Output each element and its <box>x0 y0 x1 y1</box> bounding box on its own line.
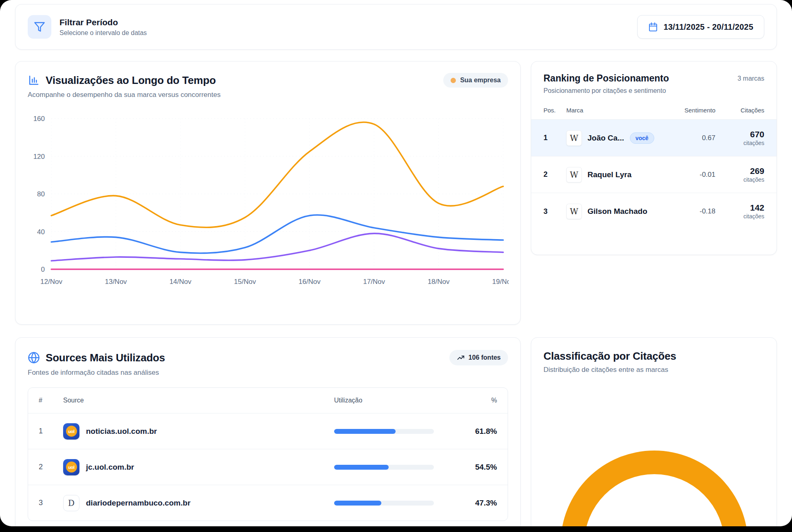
svg-text:120: 120 <box>33 153 45 160</box>
ranking-row-2[interactable]: 2 W Raquel Lyra -0.01 269 citações <box>531 156 777 193</box>
svg-text:17/Nov: 17/Nov <box>363 278 385 286</box>
filter-subtitle: Selecione o intervalo de datas <box>59 29 147 37</box>
bar-chart-icon <box>28 74 40 86</box>
rank-position: 2 <box>543 170 566 179</box>
svg-text:12/Nov: 12/Nov <box>40 278 62 286</box>
filter-iconbox <box>28 15 51 39</box>
citations-cell: 670 citações <box>715 130 764 147</box>
views-over-time-panel: Visualizações ao Longo do Tempo Sua empr… <box>15 61 521 325</box>
rank-position: 1 <box>543 134 566 142</box>
citations-unit: citações <box>744 176 764 183</box>
rank-position: 3 <box>543 207 566 216</box>
svg-text:80: 80 <box>37 190 45 198</box>
citations-cell: 269 citações <box>715 166 764 183</box>
utilization-bar <box>334 465 434 470</box>
svg-text:13/Nov: 13/Nov <box>105 278 127 286</box>
legend-sua-empresa: Sua empresa <box>443 73 508 88</box>
citations-subtitle: Distribuição de citações entre as marcas <box>543 366 764 374</box>
ranking-row-3[interactable]: 3 W Gilson Machado -0.18 142 citações <box>531 193 777 230</box>
sources-table-header: # Source Utilização % <box>28 388 508 413</box>
ranking-panel: Ranking de Posicionamento 3 marcas Posic… <box>531 61 777 255</box>
filter-title: Filtrar Período <box>59 18 147 27</box>
col-rank: # <box>39 397 63 404</box>
legend-label: Sua empresa <box>460 77 501 84</box>
line-chart-svg: 0408012016012/Nov13/Nov14/Nov15/Nov16/No… <box>28 110 509 289</box>
line-chart: 0408012016012/Nov13/Nov14/Nov15/Nov16/No… <box>28 110 508 289</box>
col-utilizacao: Utilização <box>334 397 440 404</box>
col-pos: Pos. <box>543 107 566 114</box>
brand-name: Gilson Machado <box>587 207 647 216</box>
ranking-table-header: Pos. Marca Sentimento Citações <box>531 95 777 120</box>
source-row-3[interactable]: 3 D diariodepernambuco.com.br 47.3% <box>28 485 508 521</box>
source-rank: 1 <box>39 427 63 435</box>
svg-text:19/Nov: 19/Nov <box>492 278 509 286</box>
source-rank: 3 <box>39 499 63 507</box>
source-rank: 2 <box>39 463 63 471</box>
voce-badge: você <box>630 132 654 144</box>
globe-icon <box>28 352 40 364</box>
trending-up-icon <box>457 354 465 362</box>
ranking-subtitle: Posicionamento por citações e sentimento <box>543 87 764 95</box>
source-pct: 54.5% <box>440 463 497 472</box>
svg-text:40: 40 <box>37 228 45 236</box>
ranking-row-1[interactable]: 1 W João Ca... você 0.67 670 citações <box>531 120 777 156</box>
date-range-button[interactable]: 13/11/2025 - 20/11/2025 <box>637 15 764 39</box>
sources-subtitle: Fontes de informação citadas nas análise… <box>28 369 508 377</box>
sources-count-label: 106 fontes <box>469 354 501 361</box>
source-row-1[interactable]: 1 uol noticias.uol.com.br 61.8% <box>28 413 508 449</box>
wikipedia-icon: W <box>566 167 582 182</box>
date-range-value: 13/11/2025 - 20/11/2025 <box>664 22 753 32</box>
utilization-bar <box>334 501 434 506</box>
col-citacoes: Citações <box>715 107 764 114</box>
legend-dot-icon <box>451 78 456 83</box>
sentiment-value: -0.01 <box>667 171 715 179</box>
sentiment-value: -0.18 <box>667 207 715 215</box>
source-domain: noticias.uol.com.br <box>86 427 157 436</box>
citations-unit: citações <box>744 140 764 146</box>
col-source: Source <box>63 397 334 404</box>
ranking-count-badge: 3 marcas <box>737 75 764 82</box>
sources-table: # Source Utilização % 1 uol noticias.uol… <box>28 387 508 521</box>
ranking-title: Ranking de Posicionamento <box>543 73 669 84</box>
citations-panel: Classificação por Citações Distribuição … <box>531 337 777 526</box>
views-panel-title: Visualizações ao Longo do Tempo <box>46 74 216 87</box>
svg-text:16/Nov: 16/Nov <box>299 278 321 286</box>
citations-title: Classificação por Citações <box>543 350 764 363</box>
citations-unit: citações <box>744 213 764 220</box>
uol-favicon-icon: uol <box>63 423 79 440</box>
sentiment-value: 0.67 <box>667 134 715 142</box>
source-domain: diariodepernambuco.com.br <box>86 499 191 508</box>
dashboard-page: Filtrar Período Selecione o intervalo de… <box>0 0 792 526</box>
svg-text:18/Nov: 18/Nov <box>428 278 450 286</box>
calendar-icon <box>648 22 658 32</box>
citations-value: 269 <box>715 166 764 176</box>
svg-text:15/Nov: 15/Nov <box>234 278 256 286</box>
filter-period-info: Filtrar Período Selecione o intervalo de… <box>28 15 147 39</box>
filter-icon <box>34 21 45 33</box>
wikipedia-icon: W <box>566 204 582 219</box>
source-row-2[interactable]: 2 uol jc.uol.com.br 54.5% <box>28 449 508 485</box>
source-pct: 47.3% <box>440 499 497 508</box>
sources-title: Sources Mais Utilizados <box>46 352 165 364</box>
col-marca: Marca <box>566 107 667 114</box>
citations-value: 142 <box>715 203 764 213</box>
citations-cell: 142 citações <box>715 203 764 220</box>
utilization-bar <box>334 429 434 434</box>
views-panel-subtitle: Acompanhe o desempenho da sua marca vers… <box>28 91 508 99</box>
source-pct: 61.8% <box>440 427 497 436</box>
brand-name: João Ca... <box>587 134 624 143</box>
svg-text:160: 160 <box>33 115 45 123</box>
citations-donut-chart <box>561 451 748 526</box>
filter-period-card: Filtrar Período Selecione o intervalo de… <box>15 4 777 50</box>
diario-favicon-icon: D <box>63 495 79 511</box>
col-pct: % <box>440 397 497 404</box>
col-sentimento: Sentimento <box>667 107 715 114</box>
sources-count-badge: 106 fontes <box>449 350 508 365</box>
svg-text:14/Nov: 14/Nov <box>169 278 191 286</box>
sources-panel: Sources Mais Utilizados 106 fontes Fonte… <box>15 337 521 526</box>
brand-name: Raquel Lyra <box>587 170 631 179</box>
uol-favicon-icon: uol <box>63 459 79 475</box>
citations-value: 670 <box>715 130 764 139</box>
svg-text:0: 0 <box>41 266 45 273</box>
source-domain: jc.uol.com.br <box>86 463 134 472</box>
